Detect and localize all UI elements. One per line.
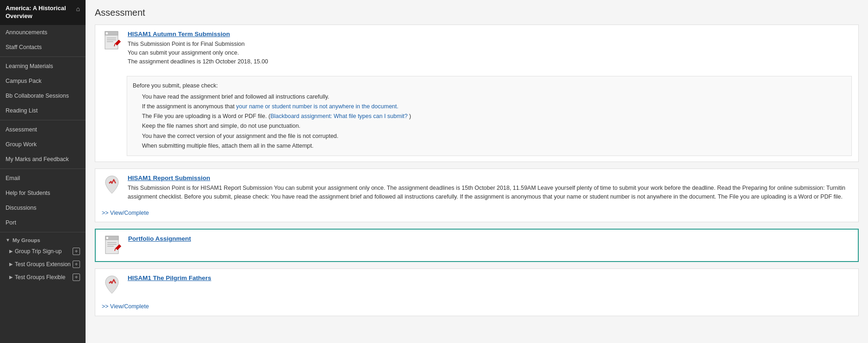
card1-icon [102,31,122,51]
card4-header: HISAM1 The Pilgrim Fathers [95,269,858,300]
group-trip-label: Group Trip Sign-up [15,248,62,255]
checklist-item-0: You have read the assignment brief and f… [133,92,846,102]
card2-desc: This Submission Point is for HISAM1 Repo… [128,184,852,201]
test-groups-flex-add-icon[interactable]: + [73,274,80,281]
card4-title[interactable]: HISAM1 The Pilgrim Fathers [128,274,852,281]
checklist-item-3: Keep the file names short and simple, do… [133,121,846,131]
turnitin-icon [104,175,120,194]
sidebar-item-test-groups-ext[interactable]: ▶ Test Groups Extension + [0,258,86,271]
sidebar-item-test-groups-flex[interactable]: ▶ Test Groups Flexible + [0,271,86,284]
card1-title[interactable]: HISAM1 Autumn Term Submission [128,31,852,37]
sidebar-item-discussions[interactable]: Discussions [0,200,86,215]
page-title: Assessment [95,7,859,18]
test-groups-ext-arrow: ▶ [9,262,13,267]
sidebar-item-bb-collaborate[interactable]: Bb Collaborate Sessions [0,88,86,103]
sidebar-item-marks-feedback[interactable]: My Marks and Feedback [0,152,86,167]
sidebar-item-port[interactable]: Port [0,215,86,230]
card2-view: >> View/Complete [95,207,858,222]
test-groups-flex-label: Test Groups Flexible [15,274,65,281]
course-title: America: A Historical Overview [6,5,74,20]
card4-body: HISAM1 The Pilgrim Fathers [128,274,852,284]
my-groups-arrow: ▼ [6,237,10,243]
sidebar-item-reading-list[interactable]: Reading List [0,103,86,118]
turnitin-icon-2 [104,275,120,294]
card2-view-link[interactable]: >> View/Complete [102,210,149,216]
test-groups-ext-add-icon[interactable]: + [73,261,80,268]
svg-point-7 [105,32,108,35]
card-portfolio: Portfolio Assignment [95,229,859,262]
sidebar: America: A Historical Overview ⌂ Announc… [0,0,86,343]
card-pilgrim-fathers: HISAM1 The Pilgrim Fathers >> View/Compl… [95,268,859,316]
card1-desc-lines: This Submission Point is for Final Submi… [128,40,852,66]
sidebar-item-assessment[interactable]: Assessment [0,122,86,137]
card2-header: HISAM1 Report Submission This Submission… [95,169,858,207]
sidebar-item-staff-contacts[interactable]: Staff Contacts [0,40,86,55]
sidebar-item-group-work[interactable]: Group Work [0,137,86,152]
assignment-icon [103,31,121,51]
group-trip-add-icon[interactable]: + [73,248,80,255]
test-groups-flex-arrow: ▶ [9,274,13,280]
card2-title[interactable]: HISAM1 Report Submission [128,175,852,181]
svg-point-15 [106,237,109,239]
card3-title[interactable]: Portfolio Assignment [128,235,851,242]
checklist-item-4: You have the correct version of your ass… [133,131,846,141]
test-groups-ext-label: Test Groups Extension [15,261,71,268]
my-groups-section[interactable]: ▼ My Groups [0,234,86,245]
sidebar-item-learning-materials[interactable]: Learning Materials [0,59,86,74]
card2-icon [102,175,122,195]
checklist-item-2: The File you are uploading is a Word or … [133,112,846,121]
sidebar-item-help-students[interactable]: Help for Students [0,186,86,200]
sidebar-item-campus-pack[interactable]: Campus Pack [0,74,86,88]
assignment-icon-2 [104,235,121,256]
blackboard-link[interactable]: Blackboard assignment: What file types c… [271,113,408,119]
card3-body: Portfolio Assignment [128,235,851,244]
sidebar-item-group-trip[interactable]: ▶ Group Trip Sign-up + [0,245,86,258]
card-hisam1-autumn: HISAM1 Autumn Term Submission This Submi… [95,25,859,162]
card3-icon [102,235,123,256]
card1-body: HISAM1 Autumn Term Submission This Submi… [128,31,852,66]
checklist-intro: Before you submit, please check: [133,81,846,91]
sidebar-header[interactable]: America: A Historical Overview ⌂ [0,0,86,25]
card4-view: >> View/Complete [95,300,858,316]
sidebar-item-email[interactable]: Email [0,171,86,186]
card1-header: HISAM1 Autumn Term Submission This Submi… [95,25,858,71]
sidebar-item-announcements[interactable]: Announcements [0,25,86,40]
card1-checklist: Before you submit, please check: You hav… [127,76,852,156]
checklist-item-1: If the assignment is anonymous that your… [133,102,846,112]
card2-body: HISAM1 Report Submission This Submission… [128,175,852,201]
card4-icon [102,274,122,295]
home-icon[interactable]: ⌂ [76,5,80,12]
my-groups-label: My Groups [12,237,40,243]
card4-view-link[interactable]: >> View/Complete [102,303,149,310]
card-hisam1-report: HISAM1 Report Submission This Submission… [95,168,859,222]
checklist-item-5: When submitting multiple files, attach t… [133,141,846,151]
card3-header: Portfolio Assignment [96,230,858,261]
group-trip-arrow: ▶ [9,249,13,254]
main-content: Assessment HISAM1 Autumn Term Submission [86,0,868,343]
